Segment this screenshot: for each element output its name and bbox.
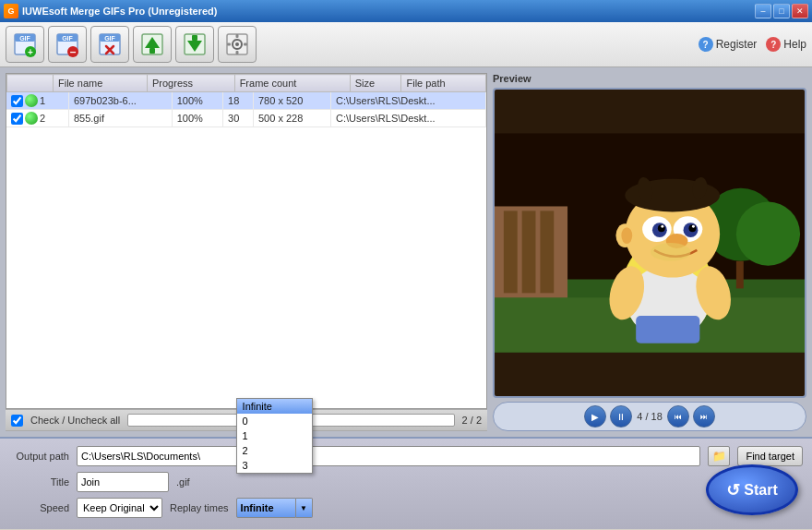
toolbar-buttons: GIF + GIF – GIF	[6, 26, 257, 63]
svg-point-51	[661, 225, 663, 228]
add-gif-button[interactable]: GIF +	[6, 26, 44, 63]
preview-controls: ▶ ⏸ 4 / 18 ⏮ ⏭	[493, 402, 806, 431]
toolbar: GIF + GIF – GIF	[0, 22, 812, 67]
preview-image	[493, 88, 806, 398]
app-body: File name Progress Frame count Size File…	[0, 67, 812, 529]
row2-filename: 855.gif	[68, 110, 172, 127]
replay-input[interactable]	[236, 498, 296, 518]
clear-button[interactable]: GIF	[90, 26, 129, 63]
row1-checkbox[interactable]	[11, 95, 23, 107]
svg-rect-33	[522, 211, 536, 293]
preview-panel: Preview	[493, 73, 806, 431]
prev-frame-button[interactable]: ⏮	[667, 405, 689, 428]
svg-rect-17	[149, 48, 155, 54]
svg-rect-32	[504, 211, 518, 293]
row1-num: 1	[40, 95, 45, 106]
col-size: Size	[350, 75, 401, 92]
bottom-panel: Output path 📁 Find target Title .gif Spe…	[0, 437, 812, 529]
window-title: IUWEsoft Merge GIFs Pro (Unregistered)	[22, 6, 217, 17]
replay-combo: Infinite 0 1 2 3 ▼	[236, 498, 313, 518]
speed-select[interactable]: Keep Original 0.5x 1x 1.5x 2x	[77, 498, 162, 518]
row2-progress: 100%	[172, 110, 222, 127]
help-icon: ?	[766, 37, 781, 52]
close-button[interactable]: ✕	[792, 4, 808, 18]
move-up-button[interactable]	[133, 26, 172, 63]
replay-label: Replay times	[170, 502, 229, 513]
move-down-button[interactable]	[175, 26, 214, 63]
maximize-button[interactable]: □	[773, 4, 790, 18]
row1-status-dot	[25, 94, 38, 107]
title-bar-controls: – □ ✕	[755, 4, 808, 18]
row2-check-cell: 2	[6, 110, 68, 127]
row2-framecount: 30	[223, 110, 254, 127]
row2-filepath: C:\Users\RLS\Deskt...	[331, 110, 486, 127]
progress-text: 2 / 2	[462, 415, 482, 426]
preview-svg	[495, 90, 805, 396]
table-row[interactable]: 2 855.gif 100% 30 500 x 228 C:\Users\RLS…	[6, 110, 486, 127]
speed-row: Speed Keep Original 0.5x 1x 1.5x 2x Repl…	[9, 498, 803, 518]
replay-dropdown-button[interactable]: ▼	[296, 498, 313, 518]
output-path-input[interactable]	[77, 446, 700, 466]
play-button[interactable]: ▶	[584, 405, 606, 428]
output-path-row: Output path 📁 Find target	[9, 446, 803, 466]
dropdown-item-2[interactable]: 2	[237, 443, 312, 458]
title-label: Title	[9, 476, 69, 488]
dropdown-item-3[interactable]: 3	[237, 458, 312, 473]
preview-label: Preview	[493, 73, 806, 84]
svg-rect-20	[192, 35, 197, 41]
row1-progress: 100%	[172, 92, 222, 110]
row1-filepath: C:\Users\RLS\Deskt...	[331, 92, 486, 110]
dropdown-item-1[interactable]: 1	[237, 428, 312, 443]
file-list-body: 1 697b023b-6... 100% 18 780 x 520 C:\Use…	[6, 92, 486, 408]
title-bar: G IUWEsoft Merge GIFs Pro (Unregistered)…	[0, 0, 812, 22]
title-input[interactable]	[77, 472, 169, 492]
left-panel: File name Progress Frame count Size File…	[6, 73, 487, 431]
dropdown-item-infinite[interactable]: Infinite	[237, 399, 312, 414]
start-button[interactable]: ↺ Start	[706, 464, 798, 515]
table-row[interactable]: 1 697b023b-6... 100% 18 780 x 520 C:\Use…	[6, 92, 486, 110]
gif-ext-label: .gif	[176, 476, 190, 488]
row1-check-cell: 1	[6, 92, 68, 110]
table-header-row: File name Progress Frame count Size File…	[7, 75, 486, 92]
panels-wrapper: File name Progress Frame count Size File…	[6, 73, 806, 431]
find-target-button[interactable]: Find target	[737, 446, 803, 466]
svg-point-52	[692, 225, 695, 228]
svg-text:–: –	[70, 45, 77, 57]
svg-text:GIF: GIF	[104, 35, 115, 42]
row2-size: 500 x 228	[254, 110, 331, 127]
start-icon: ↺	[726, 480, 740, 500]
settings-button[interactable]	[218, 26, 257, 63]
col-filepath: File path	[401, 75, 486, 92]
svg-rect-25	[236, 51, 239, 54]
help-link[interactable]: ? Help	[766, 37, 806, 52]
row1-size: 780 x 520	[254, 92, 331, 110]
register-link[interactable]: ? Register	[699, 37, 758, 52]
register-icon: ?	[699, 37, 713, 52]
col-filename: File name	[54, 75, 148, 92]
row2-checkbox[interactable]	[11, 113, 23, 125]
svg-rect-40	[636, 316, 699, 343]
svg-point-36	[736, 202, 800, 266]
remove-gif-button[interactable]: GIF –	[48, 26, 87, 63]
dropdown-item-0[interactable]: 0	[237, 414, 312, 428]
file-panel: File name Progress Frame count Size File…	[6, 73, 487, 409]
browse-folder-button[interactable]: 📁	[708, 446, 730, 466]
frame-counter: 4 / 18	[636, 411, 663, 422]
svg-rect-26	[227, 43, 231, 46]
minimize-button[interactable]: –	[755, 4, 771, 18]
file-data-table: 1 697b023b-6... 100% 18 780 x 520 C:\Use…	[6, 92, 486, 127]
check-all-checkbox[interactable]	[11, 415, 23, 427]
replay-dropdown-menu: Infinite 0 1 2 3	[236, 398, 313, 474]
check-all-label: Check / Uncheck all	[30, 415, 120, 426]
next-frame-button[interactable]: ⏭	[693, 405, 715, 428]
pause-button[interactable]: ⏸	[610, 405, 632, 428]
row2-status-dot	[25, 112, 38, 125]
col-framecount: Frame count	[234, 75, 350, 92]
col-check	[7, 75, 54, 92]
svg-rect-37	[736, 261, 744, 289]
svg-point-23	[235, 42, 239, 46]
svg-point-54	[651, 243, 690, 261]
content-area: File name Progress Frame count Size File…	[0, 67, 812, 437]
title-row: Title .gif	[9, 472, 803, 492]
svg-rect-24	[236, 34, 239, 38]
